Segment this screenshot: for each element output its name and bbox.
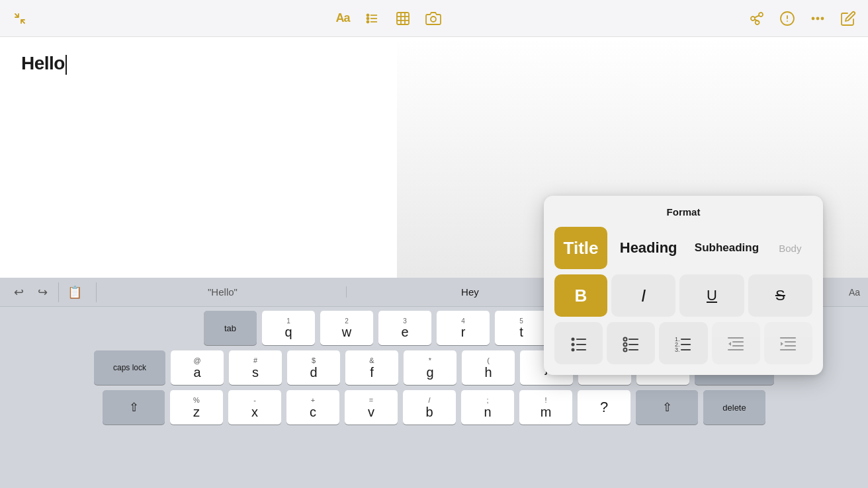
key-e[interactable]: 3 e	[378, 311, 431, 345]
svg-point-11	[431, 17, 436, 22]
clipboard-icon[interactable]: 📋	[64, 282, 85, 303]
key-d-letter: d	[310, 366, 317, 379]
key-n-letter: n	[484, 405, 491, 419]
key-h-letter: h	[484, 366, 492, 379]
svg-marker-38	[728, 342, 731, 346]
format-list-row: 1.2.3.	[554, 322, 812, 364]
table-icon[interactable]	[395, 11, 411, 26]
document-title: Hello	[21, 53, 67, 75]
svg-point-22	[623, 338, 627, 341]
markup-icon[interactable]	[779, 11, 795, 26]
key-w-number: 2	[345, 318, 349, 325]
key-x-letter: x	[251, 405, 258, 419]
shift-left-key[interactable]: ⇧	[103, 390, 165, 425]
key-m[interactable]: ! m	[519, 390, 572, 425]
more-icon[interactable]	[810, 11, 826, 26]
subheading-style-button[interactable]: Subheading	[689, 227, 763, 269]
format-popup: Format Title Heading Subheading Body B I…	[544, 196, 823, 375]
key-r-number: 4	[461, 318, 465, 325]
svg-point-24	[623, 343, 627, 346]
key-v[interactable]: = v	[345, 390, 398, 425]
toolbar: Aa	[0, 0, 868, 37]
key-b-sym: /	[428, 397, 430, 404]
keyboard-format-label[interactable]: Aa	[841, 287, 868, 298]
toolbar-center: Aa	[335, 11, 441, 26]
key-d[interactable]: $ d	[287, 350, 340, 385]
key-t-number: 5	[519, 318, 523, 325]
key-t[interactable]: 5 t	[495, 311, 548, 345]
key-r-letter: r	[461, 325, 466, 339]
key-f-sym: &	[369, 357, 374, 364]
unordered-list-button[interactable]	[554, 322, 603, 364]
key-r[interactable]: 4 r	[437, 311, 490, 345]
key-g[interactable]: * g	[404, 350, 456, 385]
toolbar-left	[12, 11, 28, 26]
key-s-letter: s	[252, 366, 259, 379]
body-style-button[interactable]: Body	[768, 227, 812, 269]
strikethrough-button[interactable]: S	[748, 274, 812, 317]
circle-list-button[interactable]	[607, 322, 655, 364]
key-v-sym: =	[369, 397, 373, 404]
svg-point-15	[821, 17, 823, 19]
key-w[interactable]: 2 w	[320, 311, 373, 345]
format-style-row: Title Heading Subheading Body	[554, 227, 812, 269]
key-w-letter: w	[342, 325, 351, 339]
share-icon[interactable]	[749, 11, 765, 26]
key-g-letter: g	[426, 366, 433, 379]
shift-right-key[interactable]: ⇧	[636, 390, 698, 425]
caps-lock-key[interactable]: caps lock	[94, 350, 165, 385]
key-g-sym: *	[429, 357, 431, 364]
delete-key[interactable]: delete	[703, 390, 765, 425]
indent-increase-button[interactable]	[764, 322, 812, 364]
key-b[interactable]: / b	[403, 390, 456, 425]
key-n[interactable]: ; n	[461, 390, 514, 425]
compose-icon[interactable]	[840, 11, 856, 26]
svg-marker-43	[781, 342, 783, 346]
bullet-list-icon[interactable]	[365, 11, 380, 26]
svg-point-26	[623, 348, 627, 352]
key-q[interactable]: 1 q	[262, 311, 315, 345]
key-a-sym: @	[193, 357, 200, 364]
key-d-sym: $	[312, 357, 316, 364]
key-v-letter: v	[368, 405, 374, 419]
key-question-letter: ?	[600, 400, 608, 415]
key-x[interactable]: - x	[228, 390, 281, 425]
key-h[interactable]: ( h	[462, 350, 515, 385]
svg-point-14	[816, 17, 818, 19]
camera-icon[interactable]	[425, 11, 441, 26]
key-t-letter: t	[519, 325, 523, 339]
undo-button[interactable]: ↩	[8, 282, 29, 303]
key-h-sym: (	[487, 357, 490, 364]
key-m-letter: m	[541, 405, 552, 419]
title-style-button[interactable]: Title	[554, 227, 607, 269]
svg-rect-6	[397, 13, 409, 24]
redo-button[interactable]: ↪	[32, 282, 53, 303]
key-q-number: 1	[286, 318, 290, 325]
italic-button[interactable]: I	[611, 274, 675, 317]
svg-point-18	[571, 343, 574, 346]
collapse-icon[interactable]	[12, 11, 28, 26]
format-emphasis-row: B I U S	[554, 274, 812, 317]
toolbar-right	[749, 11, 856, 26]
key-f[interactable]: & f	[345, 350, 398, 385]
suggestion-hello[interactable]: "Hello"	[99, 286, 347, 298]
tab-key[interactable]: tab	[204, 311, 257, 345]
key-question[interactable]: ?	[578, 390, 630, 425]
ac-divider	[58, 282, 59, 302]
key-a[interactable]: @ a	[171, 350, 224, 385]
key-f-letter: f	[370, 366, 374, 379]
key-e-number: 3	[403, 318, 407, 325]
heading-style-button[interactable]: Heading	[611, 227, 685, 269]
key-z[interactable]: % z	[170, 390, 223, 425]
key-n-sym: ;	[486, 397, 488, 404]
bold-button[interactable]: B	[554, 274, 607, 317]
underline-button[interactable]: U	[679, 274, 744, 317]
text-format-icon[interactable]: Aa	[335, 11, 349, 25]
key-c[interactable]: + c	[286, 390, 339, 425]
indent-decrease-button[interactable]	[712, 322, 760, 364]
key-m-sym: !	[544, 397, 546, 404]
numbered-list-button[interactable]: 1.2.3.	[659, 322, 707, 364]
svg-point-13	[812, 17, 814, 19]
key-s-sym: #	[253, 357, 257, 364]
key-s[interactable]: # s	[229, 350, 282, 385]
